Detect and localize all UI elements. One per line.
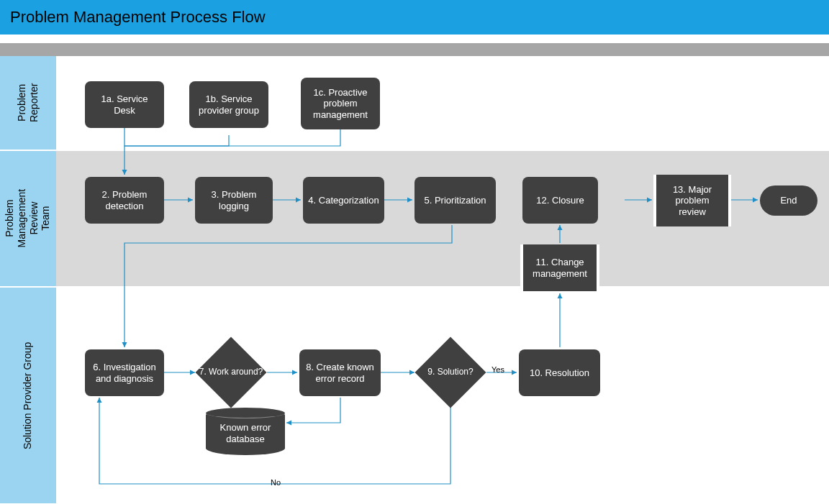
node-1a-service-desk: 1a. Service Desk	[85, 81, 164, 128]
node-10-resolution: 10. Resolution	[519, 349, 600, 396]
node-5-prioritization: 5. Prioritization	[414, 177, 496, 224]
node-11-change-mgmt: 11. Change management	[520, 244, 599, 291]
node-1c-proactive: 1c. Proactive problem management	[301, 78, 380, 129]
node-9-solution: 9. Solution?	[414, 351, 486, 394]
header-divider	[0, 43, 829, 56]
node-6-investigation: 6. Investigation and diagnosis	[85, 349, 164, 396]
node-2-detection: 2. Problem detection	[85, 177, 164, 224]
edge-no: No	[271, 478, 281, 487]
node-db-known-error: Known error database	[206, 408, 285, 455]
page-title: Problem Management Process Flow	[0, 0, 829, 35]
lane-review: Problem Management Review Team	[0, 151, 56, 286]
node-12-closure: 12. Closure	[522, 177, 598, 224]
swimlane-labels: Problem Reporter Problem Management Revi…	[0, 56, 56, 504]
node-8-error-record: 8. Create known error record	[299, 349, 381, 396]
lane-reporter: Problem Reporter	[0, 56, 56, 150]
node-end: End	[760, 185, 817, 216]
node-7-workaround: 7. Work around?	[195, 351, 267, 394]
lane-solution: Solution Provider Group	[0, 288, 56, 503]
diagram-canvas: 1a. Service Desk 1b. Service provider gr…	[56, 56, 829, 504]
node-1b-service-provider-group: 1b. Service provider group	[189, 81, 268, 128]
title-text: Problem Management Process Flow	[10, 8, 266, 27]
node-4-categorization: 4. Categorization	[303, 177, 384, 224]
node-3-logging: 3. Problem logging	[195, 177, 273, 224]
edge-yes: Yes	[491, 365, 504, 374]
node-13-review: 13. Major problem review	[653, 175, 731, 226]
